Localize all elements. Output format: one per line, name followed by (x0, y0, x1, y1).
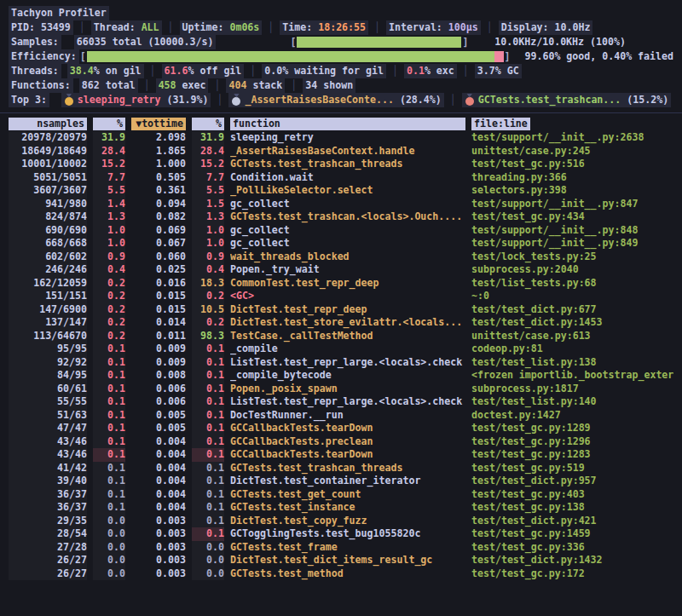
table-row[interactable]: 43/46 0.1 0.004 0.1 GCCallbackTests.prec… (0, 435, 682, 449)
table-row[interactable]: 18649/18649 28.4 1.865 28.4 _AssertRaise… (0, 145, 682, 158)
table-row[interactable]: 246/246 0.4 0.025 0.4 Popen._try_wait su… (0, 263, 682, 277)
cell-nsamples: 26/27 (9, 554, 87, 567)
table-row[interactable]: 28/54 0.0 0.003 0.1 GCTogglingTests.test… (0, 527, 682, 541)
table-row[interactable]: 60/61 0.1 0.006 0.1 Popen._posix_spawn s… (0, 383, 682, 396)
cell-pct-cum: 1.0 (192, 224, 224, 238)
separator-bar: │ (168, 20, 174, 35)
cell-tottime: 0.094 (131, 198, 186, 211)
cell-pct-cum: 0.1 (192, 488, 224, 502)
separator-bar: │ (463, 64, 469, 78)
table-row[interactable]: 29/35 0.0 0.003 0.1 DictTest.test_copy_f… (0, 515, 682, 528)
cell-tottime: 0.015 (131, 290, 186, 303)
cell-pct-cum: 0.1 (192, 435, 224, 449)
cell-tottime: 0.008 (131, 369, 186, 383)
stat-value: ALL (142, 20, 159, 35)
column-header-nsamples[interactable]: nsamples (9, 118, 87, 130)
table-row[interactable]: 690/690 1.0 0.069 1.0 gc_collect test/su… (0, 224, 682, 238)
cell-file-line: test/test_gc.py:1459 (471, 527, 673, 541)
cell-function: Popen._try_wait (230, 263, 465, 277)
column-header-function[interactable]: function (230, 118, 465, 130)
table-row[interactable]: 26/27 0.0 0.003 0.0 GCTests.test_method … (0, 567, 682, 581)
cell-function: DictTest.test_dict_items_result_gc (230, 554, 465, 567)
table-row[interactable]: 39/40 0.1 0.004 0.1 DictTest.test_contai… (0, 475, 682, 488)
table-row[interactable]: 26/27 0.0 0.003 0.0 DictTest.test_dict_i… (0, 554, 682, 567)
samples-total: 66035 total (10000.3/s) (74, 35, 217, 49)
cell-pct-direct: 0.1 (93, 422, 125, 435)
cell-nsamples: 3607/3607 (9, 184, 87, 198)
table-row[interactable]: 92/92 0.1 0.009 0.1 ListTest.test_repr_l… (0, 356, 682, 370)
table-row[interactable]: 113/64670 0.2 0.011 98.3 TestCase._callT… (0, 330, 682, 343)
table-row[interactable]: 3607/3607 5.5 0.361 5.5 _PollLikeSelecto… (0, 184, 682, 198)
cell-tottime: 0.505 (131, 171, 186, 185)
cell-pct-cum: 0.1 (192, 527, 224, 541)
efficiency-bar (87, 51, 504, 62)
table-row[interactable]: 162/12059 0.2 0.016 18.3 CommonTest.test… (0, 277, 682, 291)
table-row[interactable]: 824/874 1.3 0.082 1.3 GCTests.test_trash… (0, 210, 682, 224)
cell-function: _compile (230, 343, 465, 356)
table-row[interactable]: 5051/5051 7.7 0.505 7.7 Condition.wait t… (0, 171, 682, 185)
footer: nsamples: direct/cumulative (direct=exec… (0, 592, 682, 616)
table-row[interactable]: 47/47 0.1 0.005 0.1 GCCallbackTests.tear… (0, 422, 682, 435)
cell-function: GCTests.test_method (230, 567, 465, 581)
cell-pct-direct: 0.0 (93, 567, 125, 581)
top3-function-name: sleeping_retry (78, 93, 167, 107)
cell-pct-cum: 5.5 (192, 184, 224, 198)
threads-value: 0.1 (407, 64, 425, 78)
separator-bar: │ (144, 78, 150, 93)
cell-file-line: test/test_gc.py:1283 (471, 448, 673, 462)
cell-pct-direct: 0.1 (93, 409, 125, 423)
column-header-file-line[interactable]: file:line (471, 118, 530, 130)
cell-pct-cum: 0.1 (192, 515, 224, 528)
cell-function: DictTest.test_store_evilattr.<locals... (230, 316, 465, 330)
samples-label: Samples: (9, 35, 61, 49)
profiler-window: Tachyon Profiler PID: 53499│Thread: ALL│… (0, 0, 682, 616)
table-row[interactable]: 20978/20979 31.9 2.098 31.9 sleeping_ret… (0, 131, 682, 145)
cell-pct-cum: 0.1 (192, 356, 224, 370)
table-row[interactable]: 41/42 0.1 0.004 0.1 GCTests.test_trashca… (0, 462, 682, 475)
functions-value: 862 (82, 78, 100, 93)
separator-bar: │ (374, 20, 380, 35)
table-row[interactable]: 147/6900 0.2 0.015 10.5 DictTest.test_re… (0, 303, 682, 317)
table-row[interactable]: 137/147 0.2 0.014 0.2 DictTest.test_stor… (0, 316, 682, 330)
functions-segment: 34 shown (303, 78, 355, 93)
cell-nsamples: 246/246 (9, 263, 87, 277)
samples-rate-text: 10.0KHz/10.0KHz (100%) (494, 35, 626, 49)
cell-pct-direct: 0.1 (93, 343, 125, 356)
process-stats-row: PID: 53499│Thread: ALL│Uptime: 0m06s│Tim… (0, 20, 682, 35)
cell-pct-cum: 15.2 (192, 158, 224, 171)
table-row[interactable]: 151/151 0.2 0.015 0.2 <GC> ~:0 (0, 290, 682, 303)
cell-pct-direct: 0.0 (93, 541, 125, 555)
table-row[interactable]: 55/55 0.1 0.006 0.1 ListTest.test_repr_l… (0, 395, 682, 409)
table-row[interactable]: 36/37 0.1 0.004 0.1 GCTests.test_get_cou… (0, 488, 682, 502)
cell-function: _AssertRaisesBaseContext.handle (230, 145, 465, 158)
cell-pct-cum: 31.9 (192, 131, 224, 145)
cell-file-line: test/test_gc.py:403 (471, 488, 673, 502)
table-row[interactable]: 84/95 0.1 0.008 0.1 _compile_bytecode <f… (0, 369, 682, 383)
functions-text: exec (176, 78, 206, 93)
column-header-pct-cum[interactable]: % (192, 118, 224, 130)
table-row[interactable]: 668/668 1.0 0.067 1.0 gc_collect test/su… (0, 237, 682, 250)
table-row[interactable]: 10001/10002 15.2 1.000 15.2 GCTests.test… (0, 158, 682, 171)
cell-pct-direct: 15.2 (93, 158, 125, 171)
column-header-tottime-sorted[interactable]: ▼tottime (131, 118, 186, 130)
table-row[interactable]: 941/980 1.4 0.094 1.5 gc_collect test/su… (0, 198, 682, 211)
cell-function: ListTest.test_repr_large.<locals>.check (230, 356, 465, 370)
table-row[interactable]: 602/602 0.9 0.060 0.9 wait_threads_block… (0, 250, 682, 264)
cell-function: DictTest.test_copy_fuzz (230, 515, 465, 528)
cell-nsamples: 39/40 (9, 475, 87, 488)
cell-pct-direct: 0.1 (93, 462, 125, 475)
column-header-pct-direct[interactable]: % (93, 118, 125, 130)
table-row[interactable]: 51/63 0.1 0.005 0.1 DocTestRunner.__run … (0, 409, 682, 423)
samples-rate-bar (297, 37, 461, 48)
cell-tottime: 0.004 (131, 462, 186, 475)
cell-pct-cum: 0.1 (192, 409, 224, 423)
table-row[interactable]: 43/46 0.1 0.004 0.1 GCCallbackTests.tear… (0, 448, 682, 462)
title-row: Tachyon Profiler (0, 6, 682, 20)
threads-segment: 61.6% off gil (162, 64, 245, 78)
table-row[interactable]: 27/28 0.0 0.003 0.0 GCTests.test_frame t… (0, 541, 682, 555)
cell-pct-direct: 0.2 (93, 290, 125, 303)
cell-pct-direct: 0.2 (93, 316, 125, 330)
functions-stats-row: Functions: 862 total│458 exec│404 stack│… (0, 78, 682, 93)
table-row[interactable]: 36/37 0.1 0.004 0.1 GCTests.test_instanc… (0, 501, 682, 515)
table-row[interactable]: 95/95 0.1 0.009 0.1 _compile codeop.py:8… (0, 343, 682, 356)
